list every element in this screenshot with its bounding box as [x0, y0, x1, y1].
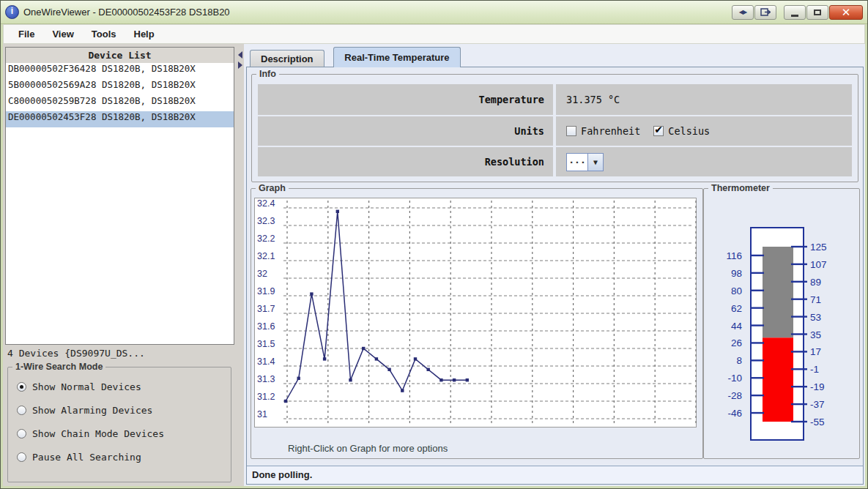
graph-group: Graph 32.432.332.232.13231.931.731.631.5… — [251, 188, 703, 459]
thermometer-display: 11698806244268-10-28-461251078971533517-… — [704, 192, 859, 447]
left-right-arrows-icon: ◀▶ — [739, 9, 746, 15]
svg-text:98: 98 — [731, 268, 742, 279]
menu-item-file[interactable]: File — [11, 26, 42, 42]
maximize-icon — [814, 10, 821, 15]
celsius-checkbox[interactable]: ✔ — [653, 126, 664, 136]
thermometer-group: Thermometer 11698806244268-10-28-4612510… — [703, 188, 860, 459]
svg-text:116: 116 — [726, 250, 742, 261]
graph-title: Graph — [256, 183, 289, 193]
svg-text:44: 44 — [731, 321, 743, 332]
device-list-item[interactable]: C80000050259B728 DS1820B, DS18B20X — [6, 95, 234, 111]
info-group: Info Temperature 31.375 °C Units Fahrenh… — [251, 74, 858, 182]
fahrenheit-checkbox[interactable] — [566, 126, 576, 136]
maximize-button[interactable] — [806, 5, 828, 20]
radio-label: Show Chain Mode Devices — [32, 428, 164, 439]
svg-text:71: 71 — [810, 294, 821, 305]
resolution-row: Resolution ··· ▼ — [258, 147, 852, 176]
search-mode-group: 1-Wire Search Mode Show Normal DevicesSh… — [7, 367, 231, 482]
radio-icon[interactable] — [17, 452, 26, 462]
svg-text:31.5: 31.5 — [257, 339, 275, 349]
tab-real-time-temperature[interactable]: Real-Time Temperature — [333, 47, 460, 67]
svg-text:107: 107 — [810, 259, 827, 270]
svg-text:17: 17 — [810, 346, 821, 357]
collapse-right-icon[interactable] — [238, 61, 242, 69]
device-list-item[interactable]: 5B00000502569A28 DS1820B, DS18B20X — [6, 79, 234, 95]
svg-text:31.9: 31.9 — [257, 286, 275, 296]
app-info-icon: i — [5, 5, 19, 19]
svg-text:31.2: 31.2 — [257, 392, 275, 402]
device-count-label: 4 Devices {DS9097U_DS... — [7, 348, 145, 359]
radio-label: Show Normal Devices — [32, 381, 141, 392]
search-mode-option-show-normal-devices[interactable]: Show Normal Devices — [8, 375, 231, 398]
svg-text:32.2: 32.2 — [257, 234, 275, 244]
units-row: Units Fahrenheit ✔ Celsius — [258, 116, 852, 146]
device-list[interactable]: DB00000502F36428 DS1820B, DS18B20X5B0000… — [5, 63, 234, 345]
svg-text:32.3: 32.3 — [257, 216, 275, 226]
search-mode-option-show-chain-mode-devices[interactable]: Show Chain Mode Devices — [8, 422, 231, 445]
svg-text:31.3: 31.3 — [257, 374, 275, 384]
collapse-left-icon[interactable] — [238, 51, 242, 59]
radio-icon[interactable] — [17, 382, 26, 392]
temperature-value: 31.375 °C — [556, 84, 852, 115]
svg-text:-37: -37 — [810, 399, 825, 410]
menu-item-view[interactable]: View — [45, 26, 81, 42]
tab-content: Info Temperature 31.375 °C Units Fahrenh… — [246, 67, 864, 485]
svg-text:-1: -1 — [810, 364, 819, 375]
thermometer-title: Thermometer — [708, 183, 773, 193]
device-list-item[interactable]: DB00000502F36428 DS1820B, DS18B20X — [6, 63, 234, 79]
search-mode-title: 1-Wire Search Mode — [12, 362, 105, 372]
temperature-row: Temperature 31.375 °C — [258, 84, 852, 115]
resolution-dropdown[interactable]: ··· ▼ — [566, 153, 604, 171]
device-list-header: Device List — [5, 47, 234, 64]
title-bar[interactable]: i OneWireViewer - DE00000502453F28 DS18B… — [1, 1, 867, 24]
detach-window-button[interactable] — [754, 5, 776, 20]
tab-description[interactable]: Description — [250, 50, 324, 67]
radio-label: Show Alarming Devices — [32, 405, 152, 416]
split-divider[interactable] — [237, 44, 244, 486]
search-mode-option-show-alarming-devices[interactable]: Show Alarming Devices — [8, 398, 231, 422]
svg-text:32.1: 32.1 — [257, 251, 275, 261]
minimize-button[interactable] — [784, 5, 806, 20]
status-bar: Done polling. — [247, 466, 863, 484]
svg-text:31.6: 31.6 — [257, 321, 275, 332]
tab-strip: DescriptionReal-Time Temperature — [244, 44, 865, 67]
svg-text:31.4: 31.4 — [257, 357, 275, 367]
svg-text:62: 62 — [731, 303, 742, 314]
radio-icon[interactable] — [17, 406, 26, 415]
svg-text:-46: -46 — [727, 408, 742, 419]
svg-text:-10: -10 — [727, 373, 742, 384]
svg-text:-55: -55 — [810, 417, 825, 428]
svg-text:35: 35 — [810, 329, 821, 340]
graph-caption: Right-Click on Graph for more options — [288, 443, 448, 454]
svg-text:89: 89 — [810, 277, 821, 288]
svg-text:31: 31 — [257, 409, 267, 419]
temperature-graph[interactable]: 32.432.332.232.13231.931.731.631.531.431… — [254, 198, 697, 430]
temperature-label: Temperature — [258, 84, 553, 115]
svg-text:31.7: 31.7 — [257, 304, 275, 314]
svg-text:32: 32 — [257, 269, 267, 279]
svg-text:80: 80 — [731, 285, 742, 296]
dropdown-arrow-icon[interactable]: ▼ — [588, 153, 604, 171]
svg-text:125: 125 — [810, 242, 827, 253]
device-list-item[interactable]: DE00000502453F28 DS1820B, DS18B20X — [6, 111, 234, 127]
detach-window-icon — [760, 8, 771, 16]
main-area: Device List DB00000502F36428 DS1820B, DS… — [3, 44, 865, 486]
celsius-label: Celsius — [668, 125, 710, 137]
svg-text:8: 8 — [736, 355, 742, 366]
resolution-dropdown-value[interactable]: ··· — [566, 153, 588, 171]
minimize-icon — [791, 15, 798, 17]
radio-icon[interactable] — [17, 429, 26, 438]
viewer-panel: DescriptionReal-Time Temperature Info Te… — [244, 44, 865, 486]
nav-arrows-button[interactable]: ◀▶ — [732, 5, 754, 20]
close-button[interactable]: ✕ — [829, 5, 863, 20]
close-icon: ✕ — [842, 7, 851, 18]
menu-item-help[interactable]: Help — [127, 26, 162, 42]
search-mode-option-pause-all-searching[interactable]: Pause All Searching — [8, 445, 231, 469]
app-window: i OneWireViewer - DE00000502453F28 DS18B… — [0, 0, 868, 489]
svg-text:-28: -28 — [727, 390, 742, 401]
info-title: Info — [256, 69, 279, 79]
menu-item-tools[interactable]: Tools — [84, 26, 124, 42]
window-title: OneWireViewer - DE00000502453F28 DS18B20 — [23, 7, 230, 18]
menu-bar: FileViewToolsHelp — [3, 24, 865, 44]
svg-text:53: 53 — [810, 312, 821, 323]
